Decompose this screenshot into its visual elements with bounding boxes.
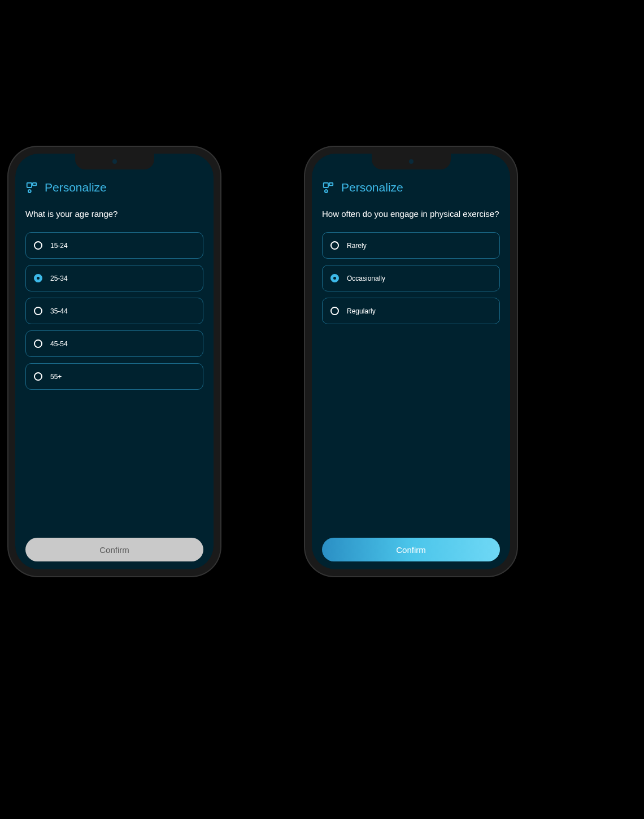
option-label: Regularly: [347, 307, 376, 315]
phone-mockup-right: Personalize How often do you engage in p…: [305, 147, 517, 576]
radio-icon: [34, 274, 42, 282]
app-content: Personalize What is your age range? 15-2…: [15, 154, 214, 569]
option-exercise-rarely[interactable]: Rarely: [322, 232, 500, 259]
option-label: 55+: [50, 373, 62, 381]
svg-rect-3: [324, 183, 328, 188]
confirm-button[interactable]: Confirm: [25, 538, 203, 561]
option-label: 25-34: [50, 275, 68, 282]
radio-icon: [34, 241, 42, 250]
question-text: How often do you engage in physical exer…: [322, 208, 500, 220]
option-age-25-34[interactable]: 25-34: [25, 265, 203, 291]
svg-rect-1: [33, 183, 36, 186]
option-age-15-24[interactable]: 15-24: [25, 232, 203, 259]
option-label: Occasionally: [347, 275, 385, 282]
radio-icon: [330, 307, 339, 315]
option-age-35-44[interactable]: 35-44: [25, 298, 203, 324]
screen: Personalize What is your age range? 15-2…: [15, 154, 214, 569]
option-label: 35-44: [50, 307, 68, 315]
header-title: Personalize: [45, 181, 107, 194]
svg-point-2: [28, 190, 31, 193]
option-age-55-plus[interactable]: 55+: [25, 363, 203, 390]
header: Personalize: [322, 181, 500, 194]
radio-icon: [330, 241, 339, 250]
confirm-button[interactable]: Confirm: [322, 538, 500, 561]
device-notch: [75, 154, 154, 169]
svg-rect-4: [329, 183, 333, 186]
option-label: 45-54: [50, 340, 68, 348]
option-exercise-occasionally[interactable]: Occasionally: [322, 265, 500, 291]
header: Personalize: [25, 181, 203, 194]
options-list: Rarely Occasionally Regularly: [322, 232, 500, 324]
app-content: Personalize How often do you engage in p…: [312, 154, 510, 569]
radio-icon: [34, 307, 42, 315]
radio-icon: [330, 274, 339, 282]
personalize-icon: [25, 181, 38, 194]
svg-rect-0: [27, 183, 32, 188]
option-label: Rarely: [347, 242, 367, 250]
options-list: 15-24 25-34 35-44 45-54 55+: [25, 232, 203, 390]
header-title: Personalize: [341, 181, 403, 194]
phone-mockup-left: Personalize What is your age range? 15-2…: [8, 147, 220, 576]
device-notch: [372, 154, 451, 169]
option-exercise-regularly[interactable]: Regularly: [322, 298, 500, 324]
option-age-45-54[interactable]: 45-54: [25, 330, 203, 357]
screen: Personalize How often do you engage in p…: [312, 154, 510, 569]
radio-icon: [34, 339, 42, 348]
question-text: What is your age range?: [25, 208, 203, 220]
radio-icon: [34, 372, 42, 381]
personalize-icon: [322, 181, 334, 194]
option-label: 15-24: [50, 242, 68, 250]
svg-point-5: [325, 190, 328, 193]
